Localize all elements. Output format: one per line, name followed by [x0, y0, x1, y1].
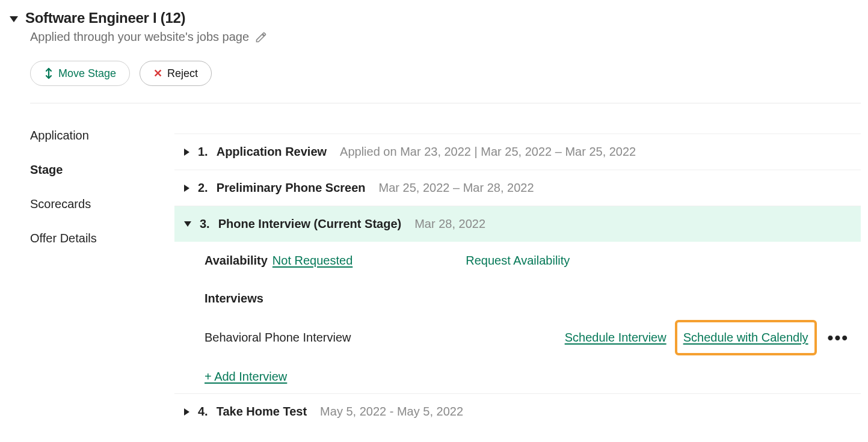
application-source: Applied through your website's jobs page [30, 30, 249, 44]
schedule-with-calendly-link[interactable]: Schedule with Calendly [683, 331, 808, 344]
more-actions-icon[interactable]: ••• [825, 335, 851, 341]
stage-meta: May 5, 2022 - May 5, 2022 [320, 405, 463, 419]
caret-right-icon [184, 149, 189, 156]
stage-row-phone-interview[interactable]: 3. Phone Interview (Current Stage) Mar 2… [174, 206, 861, 242]
caret-down-icon [184, 221, 191, 227]
reject-label: Reject [167, 67, 198, 80]
stage-name: Preliminary Phone Screen [217, 181, 366, 195]
stage-meta: Mar 28, 2022 [414, 217, 485, 231]
schedule-interview-link[interactable]: Schedule Interview [565, 331, 666, 345]
reject-button[interactable]: ✕ Reject [140, 61, 212, 86]
sidebar-item-stage[interactable]: Stage [30, 156, 138, 190]
caret-down-icon[interactable] [10, 16, 18, 22]
stage-row-preliminary-phone[interactable]: 2. Preliminary Phone Screen Mar 25, 2022… [174, 170, 861, 206]
availability-label: Availability [205, 254, 268, 268]
move-stage-arrows-icon [44, 67, 54, 79]
add-interview-link[interactable]: + Add Interview [205, 370, 851, 384]
stage-number: 1. [198, 145, 208, 159]
stage-meta: Mar 25, 2022 – Mar 28, 2022 [379, 181, 534, 195]
job-title: Software Engineer I (12) [25, 10, 185, 26]
move-stage-button[interactable]: Move Stage [30, 61, 130, 86]
interviews-heading: Interviews [205, 292, 851, 305]
stage-number: 4. [198, 405, 208, 419]
edit-pencil-icon[interactable] [255, 31, 267, 43]
sidebar-item-scorecards[interactable]: Scorecards [30, 190, 138, 224]
stage-number: 3. [200, 217, 210, 231]
stage-number: 2. [198, 181, 208, 195]
stage-name: Phone Interview (Current Stage) [218, 217, 402, 231]
sidebar: Application Stage Scorecards Offer Detai… [30, 121, 138, 429]
divider [30, 103, 861, 103]
stage-row-take-home-test[interactable]: 4. Take Home Test May 5, 2022 - May 5, 2… [174, 393, 861, 429]
availability-status-link[interactable]: Not Requested [272, 254, 352, 268]
caret-right-icon [184, 408, 189, 416]
stage-panel: 1. Application Review Applied on Mar 23,… [174, 121, 861, 429]
move-stage-label: Move Stage [58, 67, 116, 80]
reject-x-icon: ✕ [153, 67, 162, 80]
calendly-highlight: Schedule with Calendly [675, 320, 817, 355]
stage-name: Application Review [217, 145, 327, 159]
stage-body-phone-interview: Availability Not Requested Request Avail… [174, 242, 861, 390]
interview-row: Behavioral Phone Interview Schedule Inte… [205, 320, 851, 355]
stage-name: Take Home Test [217, 405, 307, 419]
interview-name: Behavioral Phone Interview [205, 331, 351, 345]
stage-row-application-review[interactable]: 1. Application Review Applied on Mar 23,… [174, 134, 861, 170]
caret-right-icon [184, 185, 189, 192]
request-availability-link[interactable]: Request Availability [466, 254, 570, 268]
sidebar-item-application[interactable]: Application [30, 121, 138, 156]
sidebar-item-offer-details[interactable]: Offer Details [30, 224, 138, 259]
stage-meta: Applied on Mar 23, 2022 | Mar 25, 2022 –… [340, 145, 636, 159]
